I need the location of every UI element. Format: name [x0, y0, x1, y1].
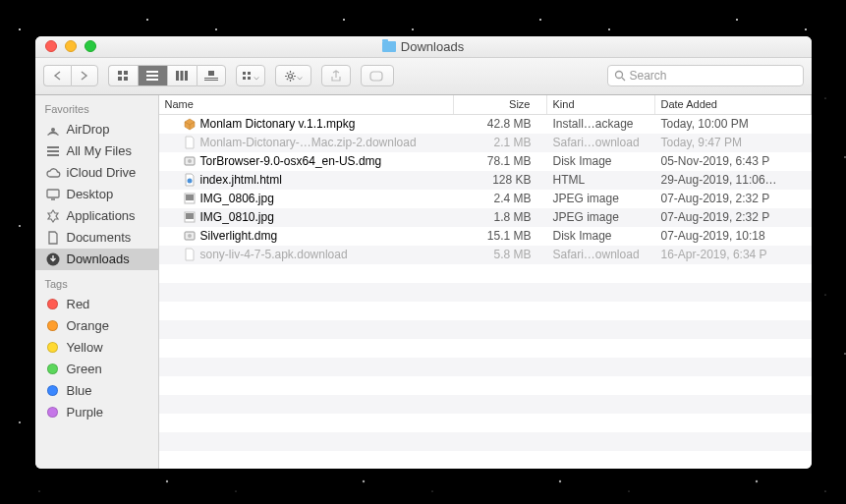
- file-name: IMG_0806.jpg: [200, 192, 274, 205]
- chevron-down-icon: ⌵: [254, 71, 259, 82]
- column-name[interactable]: Name: [159, 95, 454, 114]
- svg-rect-32: [186, 213, 194, 219]
- list-view-button[interactable]: [138, 65, 167, 86]
- file-row[interactable]: IMG_0810.jpg1.8 MBJPEG image07-Aug-2019,…: [159, 208, 812, 227]
- sidebar-item-documents[interactable]: Documents: [35, 227, 158, 249]
- minimize-button[interactable]: [65, 40, 77, 52]
- file-name-cell: IMG_0810.jpg: [159, 210, 454, 224]
- file-icon: [183, 210, 197, 224]
- sidebar-item-red[interactable]: Red: [35, 294, 158, 315]
- file-date-cell: Today, 9:47 PM: [655, 136, 812, 149]
- empty-row: [159, 264, 812, 283]
- close-button[interactable]: [45, 40, 57, 52]
- sidebar-section-header: Favorites: [35, 95, 158, 119]
- file-icon: [183, 117, 197, 131]
- svg-rect-5: [146, 75, 158, 77]
- column-headers: Name Size Kind Date Added: [159, 95, 812, 115]
- file-row[interactable]: TorBrowser-9.0-osx64_en-US.dmg78.1 MBDis…: [159, 152, 812, 171]
- maximize-button[interactable]: [85, 40, 96, 52]
- svg-point-19: [615, 72, 622, 79]
- column-date[interactable]: Date Added: [655, 95, 812, 114]
- file-kind-cell: Disk Image: [547, 154, 655, 168]
- file-size-cell: 5.8 MB: [454, 248, 547, 261]
- sidebar-item-label: All My Files: [67, 143, 132, 158]
- body: FavoritesAirDropAll My FilesiCloud Drive…: [35, 95, 812, 469]
- sidebar-item-label: Purple: [67, 405, 104, 420]
- svg-rect-2: [118, 77, 122, 81]
- sidebar-item-green[interactable]: Green: [35, 359, 158, 380]
- file-name-cell: sony-liv-4-7-5.apk.download: [159, 248, 454, 261]
- action-button[interactable]: ⌵: [275, 65, 311, 86]
- svg-point-17: [288, 74, 292, 78]
- empty-row: [159, 414, 812, 432]
- sidebar-item-desktop[interactable]: Desktop: [35, 184, 158, 205]
- sidebar-item-downloads[interactable]: Downloads: [35, 249, 158, 270]
- gear-icon: [284, 70, 297, 83]
- column-size[interactable]: Size: [454, 95, 547, 114]
- svg-point-27: [188, 159, 192, 163]
- file-name-cell: Silverlight.dmg: [159, 229, 454, 243]
- file-list[interactable]: Monlam Dictonary v.1.1.mpkg42.8 MBInstal…: [159, 115, 812, 469]
- column-kind-label: Kind: [553, 98, 575, 110]
- sidebar-item-blue[interactable]: Blue: [35, 380, 158, 402]
- sidebar-item-label: Green: [67, 362, 102, 376]
- file-date-cell: 05-Nov-2019, 6:43 P: [655, 154, 812, 168]
- svg-rect-23: [47, 154, 59, 156]
- column-size-label: Size: [509, 98, 530, 110]
- downloads-icon: [45, 252, 61, 267]
- file-icon: [183, 192, 197, 205]
- file-name: TorBrowser-9.0-osx64_en-US.dmg: [200, 154, 382, 168]
- sidebar-item-purple[interactable]: Purple: [35, 402, 158, 423]
- file-row[interactable]: Silverlight.dmg15.1 MBDisk Image07-Aug-2…: [159, 227, 812, 246]
- sidebar-item-all-my-files[interactable]: All My Files: [35, 140, 158, 162]
- file-name-cell: Monlam-Dictonary-…Mac.zip-2.download: [159, 136, 454, 149]
- file-row[interactable]: index.jhtml.html128 KBHTML29-Aug-2019, 1…: [159, 171, 812, 190]
- airdrop-icon: [45, 122, 61, 138]
- file-name: Silverlight.dmg: [200, 229, 278, 243]
- sidebar-item-applications[interactable]: Applications: [35, 205, 158, 227]
- column-view-button[interactable]: [167, 65, 197, 86]
- file-row[interactable]: Monlam-Dictonary-…Mac.zip-2.download2.1 …: [159, 134, 812, 152]
- tag-dot-icon: [45, 362, 61, 377]
- sidebar: FavoritesAirDropAll My FilesiCloud Drive…: [35, 95, 159, 469]
- file-name: index.jhtml.html: [200, 173, 282, 187]
- titlebar[interactable]: Downloads: [35, 36, 812, 58]
- sidebar-item-label: AirDrop: [67, 122, 110, 137]
- file-icon: [183, 229, 197, 243]
- content-area: Name Size Kind Date Added Monlam Dictona…: [159, 95, 812, 469]
- file-row[interactable]: sony-liv-4-7-5.apk.download5.8 MBSafari……: [159, 246, 812, 264]
- file-row[interactable]: Monlam Dictonary v.1.1.mpkg42.8 MBInstal…: [159, 115, 812, 134]
- sidebar-item-icloud-drive[interactable]: iCloud Drive: [35, 162, 158, 184]
- file-row[interactable]: IMG_0806.jpg2.4 MBJPEG image07-Aug-2019,…: [159, 190, 812, 208]
- sidebar-item-label: Orange: [67, 318, 109, 333]
- sidebar-item-orange[interactable]: Orange: [35, 315, 158, 337]
- svg-point-28: [187, 179, 192, 184]
- arrange-group: ⌵: [236, 65, 265, 86]
- sidebar-item-yellow[interactable]: Yellow: [35, 337, 158, 359]
- empty-row: [159, 432, 812, 451]
- back-button[interactable]: [43, 65, 71, 86]
- column-name-label: Name: [165, 98, 194, 110]
- svg-rect-10: [208, 71, 214, 76]
- icon-view-button[interactable]: [108, 65, 138, 86]
- arrange-button[interactable]: ⌵: [236, 65, 265, 86]
- column-kind[interactable]: Kind: [547, 95, 655, 114]
- file-name-cell: TorBrowser-9.0-osx64_en-US.dmg: [159, 154, 454, 168]
- coverflow-view-button[interactable]: [197, 65, 226, 86]
- sidebar-item-label: Red: [67, 297, 90, 311]
- share-button[interactable]: [321, 65, 351, 86]
- file-size-cell: 78.1 MB: [454, 154, 547, 168]
- sidebar-item-airdrop[interactable]: AirDrop: [35, 119, 158, 140]
- nav-buttons: [43, 65, 98, 86]
- empty-row: [159, 358, 812, 376]
- forward-button[interactable]: [71, 65, 98, 86]
- sidebar-item-label: Documents: [67, 230, 132, 245]
- svg-rect-8: [181, 71, 184, 81]
- sidebar-item-label: iCloud Drive: [67, 165, 137, 180]
- tags-button[interactable]: [361, 65, 394, 86]
- file-name-cell: IMG_0806.jpg: [159, 192, 454, 205]
- toolbar: ⌵ ⌵ Search: [35, 58, 812, 95]
- search-input[interactable]: Search: [607, 65, 804, 86]
- svg-rect-22: [47, 150, 59, 152]
- file-kind-cell: JPEG image: [547, 210, 655, 224]
